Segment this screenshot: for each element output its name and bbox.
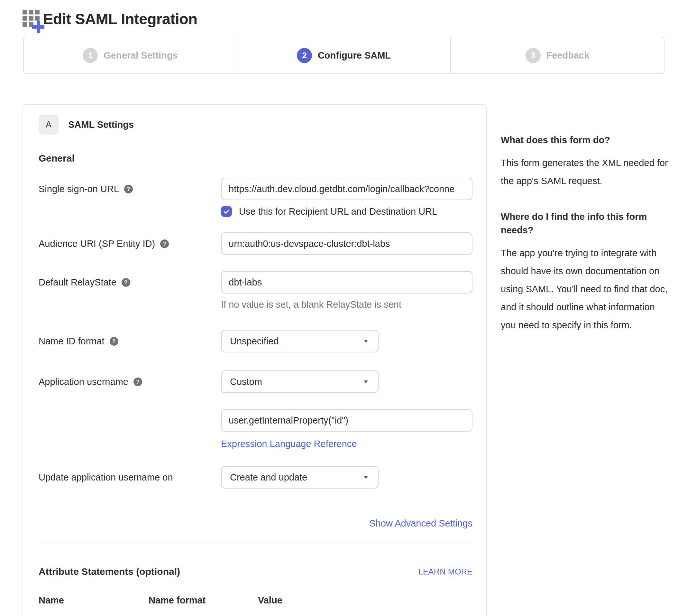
attribute-statements-header: Attribute Statements (optional) LEARN MO…	[39, 566, 473, 577]
application-username-label: Application username	[39, 376, 128, 388]
page-title: Edit SAML Integration	[43, 10, 198, 28]
name-id-format-label: Name ID format	[39, 335, 105, 347]
custom-expression-row: Expression Language Reference	[39, 409, 473, 449]
show-advanced-settings-link[interactable]: Show Advanced Settings	[369, 518, 473, 528]
help-question-1: What does this form do?	[501, 133, 669, 147]
update-username-select[interactable]: Create and update ▼	[221, 466, 379, 488]
page-header: Edit SAML Integration	[0, 0, 687, 28]
relaystate-label: Default RelayState	[39, 277, 116, 288]
name-id-format-select[interactable]: Unspecified ▼	[221, 330, 379, 352]
chevron-down-icon: ▼	[363, 379, 369, 384]
help-answer-1: This form generates the XML needed for t…	[501, 154, 669, 190]
application-username-select[interactable]: Custom ▼	[221, 370, 379, 393]
sso-url-label: Single sign-on URL	[39, 183, 119, 195]
sso-url-row: Single sign-on URL ? Use this for Recipi…	[39, 178, 473, 217]
recipient-url-checkbox[interactable]	[221, 206, 232, 217]
section-divider	[39, 544, 473, 544]
step-3-label: Feedback	[546, 50, 590, 61]
plus-icon	[32, 21, 44, 33]
application-username-value: Custom	[230, 377, 262, 387]
saml-settings-heading: SAML Settings	[68, 119, 134, 130]
card-header: A SAML Settings	[39, 115, 473, 134]
application-username-row: Application username ? Custom ▼	[39, 370, 473, 393]
column-header-value: Value	[258, 595, 282, 606]
help-answer-2: The app you're trying to integrate with …	[501, 244, 669, 334]
name-id-format-row: Name ID format ? Unspecified ▼	[39, 330, 473, 352]
help-icon[interactable]: ?	[121, 278, 130, 287]
learn-more-link[interactable]: LEARN MORE	[418, 567, 473, 576]
help-question-2: Where do I find the info this form needs…	[501, 210, 669, 237]
relaystate-row: Default RelayState ? If no value is set,…	[39, 271, 473, 310]
step-configure-saml[interactable]: 2 Configure SAML	[237, 37, 450, 73]
general-section-heading: General	[39, 153, 473, 164]
update-username-row: Update application username on Create an…	[39, 466, 473, 488]
step-3-circle: 3	[526, 48, 541, 63]
step-feedback[interactable]: 3 Feedback	[450, 37, 664, 73]
step-1-circle: 1	[83, 48, 98, 63]
edit-saml-integration-page: Edit SAML Integration 1 General Settings…	[0, 0, 687, 616]
audience-uri-input[interactable]	[221, 233, 473, 255]
relaystate-hint: If no value is set, a blank RelayState i…	[221, 299, 473, 310]
relaystate-input[interactable]	[221, 271, 473, 293]
custom-expression-input[interactable]	[221, 409, 473, 432]
chevron-down-icon: ▼	[363, 475, 369, 480]
help-icon[interactable]: ?	[160, 239, 169, 248]
column-header-name-format: Name format	[148, 595, 258, 606]
column-header-name: Name	[39, 595, 148, 606]
audience-uri-row: Audience URI (SP Entity ID) ?	[39, 233, 473, 255]
name-id-format-value: Unspecified	[230, 336, 279, 347]
check-icon	[223, 208, 230, 215]
expression-language-reference-link[interactable]: Expression Language Reference	[221, 439, 357, 449]
update-username-label: Update application username on	[39, 471, 173, 483]
chevron-down-icon: ▼	[363, 338, 369, 344]
step-2-label: Configure SAML	[318, 50, 391, 61]
help-icon[interactable]: ?	[124, 185, 133, 193]
content-area: A SAML Settings General Single sign-on U…	[23, 104, 687, 616]
help-sidebar: What does this form do? This form genera…	[501, 104, 669, 354]
app-grid-plus-icon	[23, 10, 41, 28]
help-icon[interactable]: ?	[110, 337, 118, 346]
attribute-table-header: Name Name format Value	[39, 595, 473, 606]
sso-url-input[interactable]	[221, 178, 473, 200]
update-username-value: Create and update	[230, 472, 307, 483]
step-2-circle: 2	[297, 48, 312, 63]
advanced-settings-row: Show Advanced Settings	[39, 518, 473, 529]
attribute-statements-heading: Attribute Statements (optional)	[39, 566, 180, 577]
section-a-badge: A	[39, 115, 59, 134]
saml-settings-card: A SAML Settings General Single sign-on U…	[23, 104, 487, 616]
step-1-label: General Settings	[104, 50, 178, 61]
help-icon[interactable]: ?	[134, 377, 142, 386]
step-general-settings[interactable]: 1 General Settings	[24, 37, 237, 73]
recipient-url-check-row: Use this for Recipient URL and Destinati…	[221, 206, 473, 217]
recipient-url-checkbox-label: Use this for Recipient URL and Destinati…	[239, 206, 437, 217]
audience-uri-label: Audience URI (SP Entity ID)	[39, 238, 155, 249]
wizard-stepper: 1 General Settings 2 Configure SAML 3 Fe…	[23, 37, 664, 74]
